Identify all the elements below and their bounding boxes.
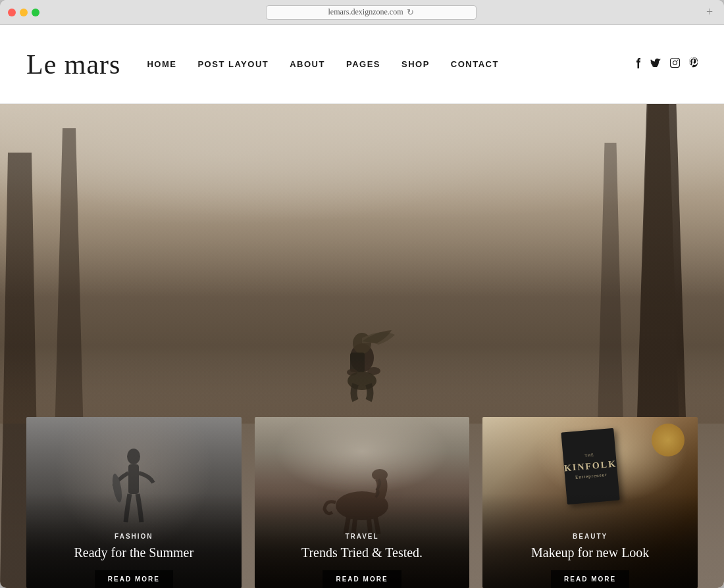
instagram-icon[interactable] xyxy=(670,58,680,70)
card-beauty-btn[interactable]: READ MORE xyxy=(551,570,629,588)
refresh-icon[interactable]: ↻ xyxy=(407,7,414,18)
maximize-button[interactable] xyxy=(32,9,39,16)
nav-post-layout[interactable]: POST LAYOUT xyxy=(197,59,269,69)
svg-rect-10 xyxy=(128,464,139,494)
ground-layer xyxy=(0,358,724,424)
social-icons xyxy=(636,57,698,71)
card-fashion-title: Ready for the Summer xyxy=(39,544,228,561)
card-travel-overlay: TRAVEL Trends Tried & Tested. READ MORE xyxy=(255,493,470,588)
site-header: Le mars HOME POST LAYOUT ABOUT PAGES SHO… xyxy=(0,25,724,104)
card-beauty-title: Makeup for new Look xyxy=(496,544,685,561)
nav-contact[interactable]: CONTACT xyxy=(451,59,499,69)
browser-titlebar: lemars.dexignzone.com ↻ + xyxy=(0,0,724,25)
facebook-icon[interactable] xyxy=(636,58,641,71)
card-travel-title: Trends Tried & Tested. xyxy=(268,544,457,561)
card-fashion-overlay: FASHION Ready for the Summer READ MORE xyxy=(26,493,242,588)
card-travel-category: TRAVEL xyxy=(268,533,457,540)
website-content: Le mars HOME POST LAYOUT ABOUT PAGES SHO… xyxy=(0,25,724,588)
cards-section: FASHION Ready for the Summer READ MORE xyxy=(0,417,724,588)
nav-about[interactable]: ABOUT xyxy=(290,59,325,69)
traffic-lights xyxy=(8,9,39,16)
svg-point-2 xyxy=(677,60,679,61)
address-bar: lemars.dexignzone.com ↻ xyxy=(45,5,698,20)
url-text: lemars.dexignzone.com xyxy=(328,7,403,17)
card-beauty-category: BEAUTY xyxy=(496,533,685,540)
svg-point-9 xyxy=(127,449,140,464)
new-tab-button[interactable]: + xyxy=(703,6,716,19)
url-input[interactable]: lemars.dexignzone.com ↻ xyxy=(266,5,477,20)
site-logo[interactable]: Le mars xyxy=(26,49,120,80)
pinterest-icon[interactable] xyxy=(689,57,698,71)
nav-pages[interactable]: PAGES xyxy=(346,59,380,69)
card-fashion-category: FASHION xyxy=(39,533,228,540)
nav-home[interactable]: HOME xyxy=(147,59,176,69)
card-travel: TRAVEL Trends Tried & Tested. READ MORE xyxy=(255,417,470,588)
card-beauty: THE KINFOLK Entrepreneur BEAUTY Makeup f… xyxy=(482,417,698,588)
card-fashion: FASHION Ready for the Summer READ MORE xyxy=(26,417,242,588)
minimize-button[interactable] xyxy=(20,9,28,16)
close-button[interactable] xyxy=(8,9,16,16)
card-beauty-overlay: BEAUTY Makeup for new Look READ MORE xyxy=(482,493,698,588)
svg-point-1 xyxy=(673,61,677,65)
twitter-icon[interactable] xyxy=(650,59,661,70)
card-fashion-btn[interactable]: READ MORE xyxy=(95,570,173,588)
hero-section: FASHION Ready for the Summer READ MORE xyxy=(0,104,724,588)
nav-shop[interactable]: SHOP xyxy=(401,59,430,69)
card-travel-btn[interactable]: READ MORE xyxy=(323,570,401,588)
svg-rect-0 xyxy=(671,59,680,68)
main-nav: HOME POST LAYOUT ABOUT PAGES SHOP CONTAC… xyxy=(147,59,636,69)
browser-window: lemars.dexignzone.com ↻ + Le mars HOME P… xyxy=(0,0,724,588)
